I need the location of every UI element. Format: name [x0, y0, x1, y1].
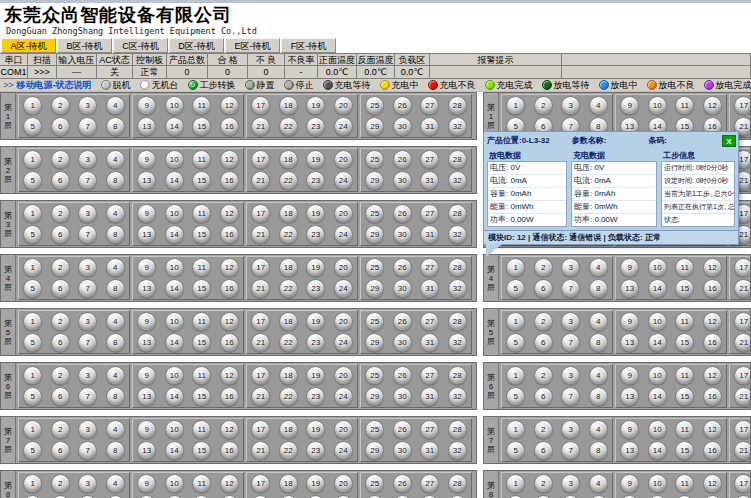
cell-button[interactable]: 3	[78, 258, 97, 277]
cell-button[interactable]: 3	[561, 258, 580, 277]
cell-button[interactable]: 31	[420, 171, 439, 190]
cell-button[interactable]: 3	[78, 312, 97, 331]
cell-button[interactable]: 2	[51, 150, 70, 169]
cell-button[interactable]: 28	[448, 312, 467, 331]
cell-button[interactable]: 10	[165, 204, 184, 223]
cell-button[interactable]: 1	[23, 312, 42, 331]
cell-button[interactable]: 27	[420, 258, 439, 277]
cell-button[interactable]: 31	[420, 117, 439, 136]
cell-button[interactable]: 5	[23, 171, 42, 190]
cell-button[interactable]: 21	[251, 225, 270, 244]
cell-button[interactable]: 29	[365, 333, 384, 352]
cell-button[interactable]: 22	[279, 333, 298, 352]
cell-button[interactable]: 21	[734, 279, 751, 298]
cell-button[interactable]: 2	[51, 258, 70, 277]
cell-button[interactable]: 12	[703, 258, 722, 277]
cell-button[interactable]: 15	[675, 279, 694, 298]
cell-button[interactable]: 9	[137, 204, 156, 223]
cell-button[interactable]: 14	[165, 171, 184, 190]
cell-button[interactable]: 2	[534, 312, 553, 331]
cell-button[interactable]: 29	[365, 117, 384, 136]
cell-button[interactable]: 15	[192, 279, 211, 298]
cell-button[interactable]: 19	[306, 96, 325, 115]
cell-button[interactable]: 12	[220, 312, 239, 331]
cell-button[interactable]: 17	[734, 258, 751, 277]
cell-button[interactable]: 7	[78, 441, 97, 460]
cell-button[interactable]: 10	[165, 312, 184, 331]
cell-button[interactable]: 26	[393, 96, 412, 115]
cell-button[interactable]: 10	[165, 96, 184, 115]
cell-button[interactable]: 9	[620, 474, 639, 493]
cell-button[interactable]: 12	[220, 474, 239, 493]
cell-button[interactable]: 32	[448, 117, 467, 136]
cell-button[interactable]: 14	[648, 333, 667, 352]
cell-button[interactable]: 10	[648, 366, 667, 385]
cell-button[interactable]: 29	[365, 171, 384, 190]
cell-button[interactable]: 14	[648, 441, 667, 460]
cell-button[interactable]: 27	[420, 366, 439, 385]
cell-button[interactable]: 8	[106, 441, 125, 460]
cell-button[interactable]: 10	[165, 150, 184, 169]
cell-button[interactable]: 13	[137, 171, 156, 190]
cell-button[interactable]: 19	[306, 150, 325, 169]
cell-button[interactable]: 5	[506, 441, 525, 460]
cell-button[interactable]: 7	[561, 333, 580, 352]
cell-button[interactable]: 13	[137, 387, 156, 406]
cell-button[interactable]: 5	[23, 333, 42, 352]
cell-button[interactable]: 13	[137, 333, 156, 352]
cell-button[interactable]: 31	[420, 387, 439, 406]
cell-button[interactable]: 6	[51, 279, 70, 298]
cell-button[interactable]: 5	[506, 333, 525, 352]
cell-button[interactable]: 3	[78, 96, 97, 115]
cell-button[interactable]: 20	[334, 150, 353, 169]
cell-button[interactable]: 4	[589, 258, 608, 277]
cell-button[interactable]: 1	[23, 150, 42, 169]
cell-button[interactable]: 23	[306, 387, 325, 406]
cell-button[interactable]: 32	[448, 279, 467, 298]
cell-button[interactable]: 24	[334, 171, 353, 190]
cell-button[interactable]: 11	[192, 258, 211, 277]
cell-button[interactable]: 1	[506, 312, 525, 331]
cell-button[interactable]: 23	[306, 333, 325, 352]
cell-button[interactable]: 8	[106, 333, 125, 352]
cell-button[interactable]: 3	[78, 420, 97, 439]
cell-button[interactable]: 9	[137, 150, 156, 169]
cell-button[interactable]: 21	[734, 441, 751, 460]
cell-button[interactable]: 4	[589, 96, 608, 115]
cell-button[interactable]: 31	[420, 441, 439, 460]
cell-button[interactable]: 13	[137, 279, 156, 298]
cell-button[interactable]: 27	[420, 204, 439, 223]
cell-button[interactable]: 17	[251, 366, 270, 385]
cell-button[interactable]: 3	[561, 474, 580, 493]
cell-button[interactable]: 32	[448, 171, 467, 190]
cell-button[interactable]: 14	[165, 225, 184, 244]
cell-button[interactable]: 4	[589, 312, 608, 331]
cell-button[interactable]: 9	[137, 258, 156, 277]
cell-button[interactable]: 8	[589, 333, 608, 352]
cell-button[interactable]: 17	[251, 420, 270, 439]
cell-button[interactable]: 20	[334, 474, 353, 493]
cell-button[interactable]: 6	[534, 279, 553, 298]
cell-button[interactable]: 11	[675, 420, 694, 439]
cell-button[interactable]: 19	[306, 420, 325, 439]
cell-button[interactable]: 6	[534, 387, 553, 406]
cell-button[interactable]: 28	[448, 96, 467, 115]
cell-button[interactable]: 4	[589, 474, 608, 493]
cell-button[interactable]: 23	[306, 171, 325, 190]
cell-button[interactable]: 27	[420, 474, 439, 493]
cell-button[interactable]: 17	[251, 312, 270, 331]
cell-button[interactable]: 7	[561, 279, 580, 298]
cell-button[interactable]: 12	[220, 204, 239, 223]
cell-button[interactable]: 13	[620, 333, 639, 352]
cell-button[interactable]: 25	[365, 474, 384, 493]
popup-close-button[interactable]: X	[722, 135, 736, 147]
cell-button[interactable]: 17	[251, 474, 270, 493]
cell-button[interactable]: 16	[220, 117, 239, 136]
cell-button[interactable]: 16	[220, 441, 239, 460]
cell-button[interactable]: 6	[51, 171, 70, 190]
cell-button[interactable]: 31	[420, 225, 439, 244]
cell-button[interactable]: 7	[78, 333, 97, 352]
cell-button[interactable]: 27	[420, 420, 439, 439]
cell-button[interactable]: 14	[165, 441, 184, 460]
info-col-value-1[interactable]: >>>	[28, 66, 57, 79]
